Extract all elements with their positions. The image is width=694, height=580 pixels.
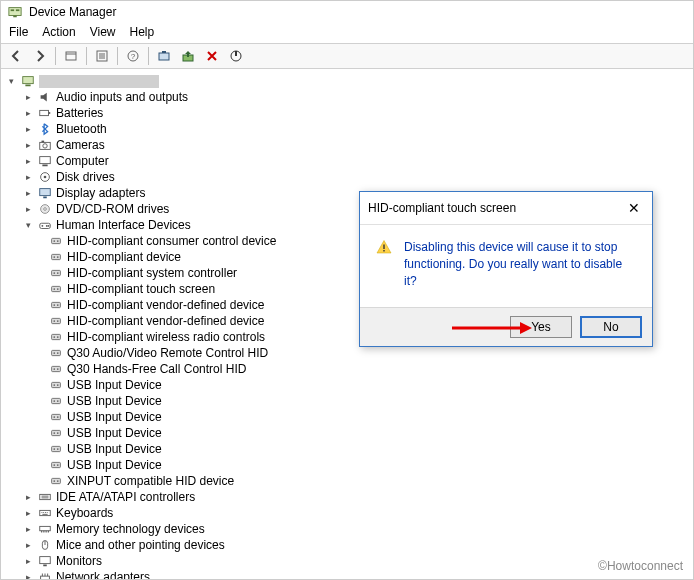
- category-node[interactable]: ▸ Disk drives: [5, 169, 691, 185]
- forward-button[interactable]: [29, 45, 51, 67]
- device-node[interactable]: Q30 Hands-Free Call Control HID: [5, 361, 691, 377]
- hid-dev-icon: [48, 457, 64, 473]
- tree-root[interactable]: ▾: [5, 73, 691, 89]
- expander-icon[interactable]: ▸: [22, 91, 34, 103]
- category-node[interactable]: ▸ Batteries: [5, 105, 691, 121]
- svg-rect-94: [40, 526, 51, 530]
- category-label: Keyboards: [56, 505, 113, 521]
- bluetooth-icon: [37, 121, 53, 137]
- speaker-icon: [37, 89, 53, 105]
- update-driver-button[interactable]: [177, 45, 199, 67]
- properties-button[interactable]: [91, 45, 113, 67]
- svg-rect-109: [383, 250, 384, 252]
- expander-icon[interactable]: ▸: [22, 123, 34, 135]
- disable-device-button[interactable]: [225, 45, 247, 67]
- device-node[interactable]: USB Input Device: [5, 425, 691, 441]
- menu-action[interactable]: Action: [42, 25, 75, 41]
- svg-point-80: [57, 464, 59, 466]
- expander-icon[interactable]: ▾: [22, 219, 34, 231]
- dialog-buttons: Yes No: [360, 307, 652, 346]
- category-node[interactable]: ▸ Memory technology devices: [5, 521, 691, 537]
- expander-icon[interactable]: ▸: [22, 107, 34, 119]
- svg-rect-104: [41, 576, 50, 580]
- svg-rect-18: [40, 110, 49, 115]
- device-node[interactable]: USB Input Device: [5, 377, 691, 393]
- hid-dev-icon: [48, 473, 64, 489]
- menu-view[interactable]: View: [90, 25, 116, 41]
- camera-icon: [37, 137, 53, 153]
- svg-point-50: [57, 304, 59, 306]
- category-node[interactable]: ▸ Monitors: [5, 553, 691, 569]
- svg-rect-57: [52, 350, 61, 355]
- hid-dev-icon: [48, 233, 64, 249]
- help-button[interactable]: ?: [122, 45, 144, 67]
- svg-point-62: [57, 368, 59, 370]
- computer-icon: [20, 73, 36, 89]
- expander-icon[interactable]: ▸: [22, 491, 34, 503]
- svg-rect-23: [40, 157, 51, 164]
- svg-rect-69: [52, 414, 61, 419]
- hid-dev-icon: [48, 425, 64, 441]
- menu-help[interactable]: Help: [130, 25, 155, 41]
- cd-icon: [37, 201, 53, 217]
- device-node[interactable]: USB Input Device: [5, 409, 691, 425]
- expander-icon[interactable]: ▸: [22, 171, 34, 183]
- toolbar-separator: [148, 47, 149, 65]
- expander-icon[interactable]: ▸: [22, 139, 34, 151]
- device-node[interactable]: Q30 Audio/Video Remote Control HID: [5, 345, 691, 361]
- expander-icon[interactable]: ▸: [22, 571, 34, 580]
- category-node[interactable]: ▸ Computer: [5, 153, 691, 169]
- computer-icon: [37, 153, 53, 169]
- uninstall-device-button[interactable]: [201, 45, 223, 67]
- expander-icon[interactable]: ▸: [22, 155, 34, 167]
- category-node[interactable]: ▸ Audio inputs and outputs: [5, 89, 691, 105]
- category-label: Display adapters: [56, 185, 145, 201]
- expander-icon[interactable]: ▸: [22, 539, 34, 551]
- category-label: Monitors: [56, 553, 102, 569]
- memory-icon: [37, 521, 53, 537]
- device-label: Q30 Audio/Video Remote Control HID: [67, 345, 268, 361]
- svg-point-56: [57, 336, 59, 338]
- menu-file[interactable]: File: [9, 25, 28, 41]
- close-icon[interactable]: ✕: [624, 198, 644, 218]
- hid-dev-icon: [48, 377, 64, 393]
- expander-icon[interactable]: ▸: [22, 507, 34, 519]
- svg-rect-13: [162, 51, 166, 53]
- svg-rect-16: [23, 77, 34, 84]
- back-button[interactable]: [5, 45, 27, 67]
- expander-icon[interactable]: ▸: [22, 555, 34, 567]
- category-node[interactable]: ▸ Network adapters: [5, 569, 691, 580]
- expander-icon[interactable]: ▸: [22, 203, 34, 215]
- svg-rect-4: [66, 52, 76, 60]
- device-node[interactable]: XINPUT compatible HID device: [5, 473, 691, 489]
- svg-point-26: [44, 176, 47, 179]
- svg-point-35: [48, 225, 50, 227]
- device-node[interactable]: USB Input Device: [5, 393, 691, 409]
- category-node[interactable]: ▸ Keyboards: [5, 505, 691, 521]
- window-title: Device Manager: [29, 5, 116, 19]
- svg-point-83: [57, 480, 59, 482]
- device-node[interactable]: USB Input Device: [5, 441, 691, 457]
- category-node[interactable]: ▸ Bluetooth: [5, 121, 691, 137]
- category-label: Bluetooth: [56, 121, 107, 137]
- expander-icon[interactable]: ▸: [22, 523, 34, 535]
- no-button[interactable]: No: [580, 316, 642, 338]
- toolbar: ?: [1, 43, 693, 69]
- hid-dev-icon: [48, 313, 64, 329]
- show-hidden-button[interactable]: [60, 45, 82, 67]
- category-node[interactable]: ▸ Cameras: [5, 137, 691, 153]
- category-label: Disk drives: [56, 169, 115, 185]
- svg-point-58: [53, 352, 55, 354]
- yes-button[interactable]: Yes: [510, 316, 572, 338]
- category-node[interactable]: ▸ IDE ATA/ATAPI controllers: [5, 489, 691, 505]
- svg-rect-51: [52, 318, 61, 323]
- svg-rect-28: [43, 197, 47, 199]
- expander-icon[interactable]: ▾: [5, 75, 17, 87]
- svg-rect-92: [47, 512, 48, 513]
- device-node[interactable]: USB Input Device: [5, 457, 691, 473]
- scan-hardware-button[interactable]: [153, 45, 175, 67]
- category-node[interactable]: ▸ Mice and other pointing devices: [5, 537, 691, 553]
- device-label: HID-compliant consumer control device: [67, 233, 276, 249]
- svg-point-76: [53, 448, 55, 450]
- expander-icon[interactable]: ▸: [22, 187, 34, 199]
